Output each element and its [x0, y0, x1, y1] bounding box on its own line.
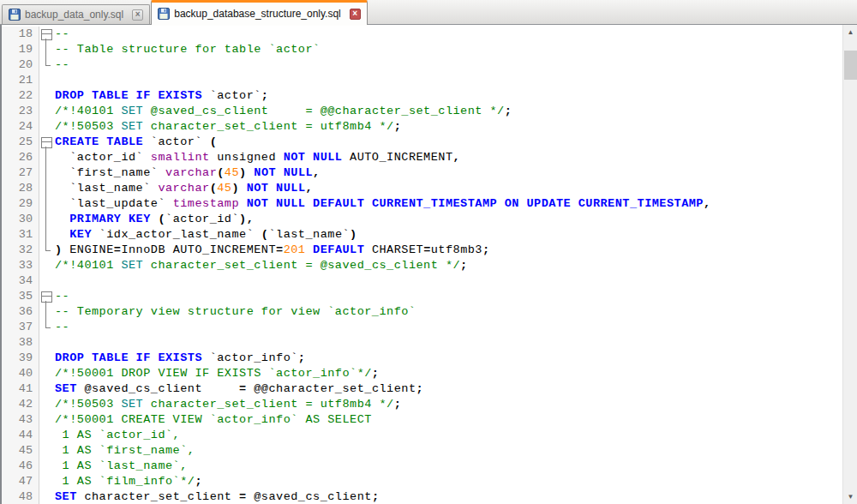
code-line: 38 [2, 335, 857, 351]
code-token: 45 [225, 166, 239, 179]
code-text: -- [52, 27, 69, 42]
code-text: -- [52, 320, 69, 335]
tab-backup-data-only[interactable]: backup_data_only.sql × [2, 4, 150, 24]
scroll-down-button[interactable]: ▼ [843, 489, 857, 504]
line-number: 27 [2, 165, 39, 181]
code-line: 36-- Temporary view structure for view `… [2, 304, 857, 320]
code-token: -- [55, 290, 69, 303]
code-token: ; [460, 259, 468, 272]
code-token: ) [350, 228, 357, 241]
code-area: 18--19-- Table structure for table `acto… [2, 25, 857, 504]
line-number: 19 [2, 42, 39, 57]
code-line: 45 1 AS `first_name`, [2, 443, 857, 459]
code-token: ; [394, 120, 402, 133]
code-token: -- Temporary view structure for view `ac… [55, 305, 416, 318]
code-token: character_set_client = utf8mb4 */ [143, 398, 393, 411]
fold-guide-line [39, 227, 52, 243]
code-token: ; [261, 89, 269, 102]
code-line: 46 1 AS `last_name`, [2, 459, 857, 474]
code-text: 1 AS `first_name`, [52, 443, 195, 459]
line-number: 18 [2, 27, 39, 42]
line-number: 20 [2, 57, 39, 73]
code-token: 1 AS `first_name`, [55, 444, 195, 457]
code-token: AUTO_INCREMENT [342, 151, 452, 164]
code-editor[interactable]: 18--19-- Table structure for table `acto… [0, 25, 857, 504]
code-text: -- [52, 57, 69, 73]
code-token: DROP TABLE IF EXISTS [55, 351, 202, 364]
code-token: `last_name` [55, 182, 158, 195]
line-number: 24 [2, 119, 39, 135]
code-token: = [423, 243, 431, 256]
line-number: 22 [2, 88, 39, 104]
code-token: KEY [69, 228, 92, 241]
vertical-scrollbar[interactable]: ▲ ▼ [842, 25, 857, 504]
line-number: 40 [2, 366, 39, 381]
line-number: 31 [2, 227, 39, 243]
code-token: @saved_cs_client [77, 382, 239, 395]
code-token: ) [55, 243, 69, 256]
code-text: /*!40101 SET @saved_cs_client = @@charac… [52, 104, 512, 119]
code-token: varchar [165, 166, 217, 179]
code-token: character_set_client = utf8mb4 */ [143, 120, 393, 133]
code-token: -- Table structure for table `actor` [55, 43, 321, 56]
code-line: 23/*!40101 SET @saved_cs_client = @@char… [2, 104, 857, 119]
scroll-up-button[interactable]: ▲ [843, 25, 857, 39]
scroll-thumb[interactable] [844, 51, 857, 80]
line-number: 30 [2, 212, 39, 227]
code-token: ) [239, 166, 247, 179]
fold-margin [39, 412, 52, 428]
code-token: -- [55, 58, 69, 71]
code-token: , [305, 182, 313, 195]
fold-margin [39, 119, 52, 135]
code-token: -- [55, 27, 69, 40]
fold-margin [39, 366, 52, 381]
fold-collapse-button[interactable] [39, 289, 52, 304]
fold-collapse-button[interactable] [39, 27, 52, 42]
code-token: `actor_info` [202, 351, 298, 364]
code-line: 32) ENGINE=InnoDB AUTO_INCREMENT=201 DEF… [2, 243, 857, 258]
line-number: 45 [2, 443, 39, 459]
code-token: ), [239, 213, 254, 225]
code-text: 1 AS `actor_id`, [52, 428, 180, 443]
code-token: /*!40101 [55, 105, 121, 117]
line-number: 34 [2, 273, 39, 289]
code-line: 24/*!50503 SET character_set_client = ut… [2, 119, 857, 135]
code-text: `first_name` varchar(45) NOT NULL, [52, 165, 321, 181]
line-number: 35 [2, 289, 39, 304]
line-number: 46 [2, 459, 39, 474]
close-icon[interactable]: × [132, 9, 143, 21]
code-token: `idx_actor_last_name` [92, 228, 261, 241]
tab-backup-database-structure-only[interactable]: backup_database_structure_only.sql × [151, 0, 368, 25]
code-line: 35-- [2, 289, 857, 304]
code-token: utf8mb3 [431, 243, 482, 256]
code-token: `last_name` [268, 228, 350, 241]
fold-guide-line [39, 57, 52, 73]
code-text: CREATE TABLE `actor` ( [52, 135, 217, 150]
line-number: 28 [2, 181, 39, 196]
code-text: DROP TABLE IF EXISTS `actor_info`; [52, 351, 305, 366]
code-line: 29 `last_update` timestamp NOT NULL DEFA… [2, 196, 857, 212]
code-line: 34 [2, 273, 857, 289]
code-token: SET [121, 398, 143, 411]
fold-guide-line [39, 165, 52, 181]
line-number: 47 [2, 474, 39, 489]
fold-guide-line [39, 196, 52, 212]
line-number: 37 [2, 320, 39, 335]
line-number: 41 [2, 381, 39, 397]
line-number: 38 [2, 335, 39, 351]
fold-guide-line [39, 243, 52, 258]
fold-margin [39, 397, 52, 412]
line-number: 48 [2, 489, 39, 504]
code-text: SET @saved_cs_client = @@character_set_c… [52, 381, 423, 397]
code-token [239, 182, 247, 195]
code-token: /*!50001 DROP VIEW IF EXISTS `actor_info… [55, 367, 372, 380]
code-token: SET [121, 120, 143, 133]
code-line: 44 1 AS `actor_id`, [2, 428, 857, 443]
code-token: SET [55, 490, 77, 503]
close-icon[interactable]: × [350, 9, 361, 20]
fold-guide-line [39, 42, 52, 57]
code-token: ; [394, 398, 402, 411]
fold-collapse-button[interactable] [39, 135, 52, 150]
code-text: /*!50001 DROP VIEW IF EXISTS `actor_info… [52, 366, 379, 381]
code-token: character_set_client [77, 490, 239, 503]
